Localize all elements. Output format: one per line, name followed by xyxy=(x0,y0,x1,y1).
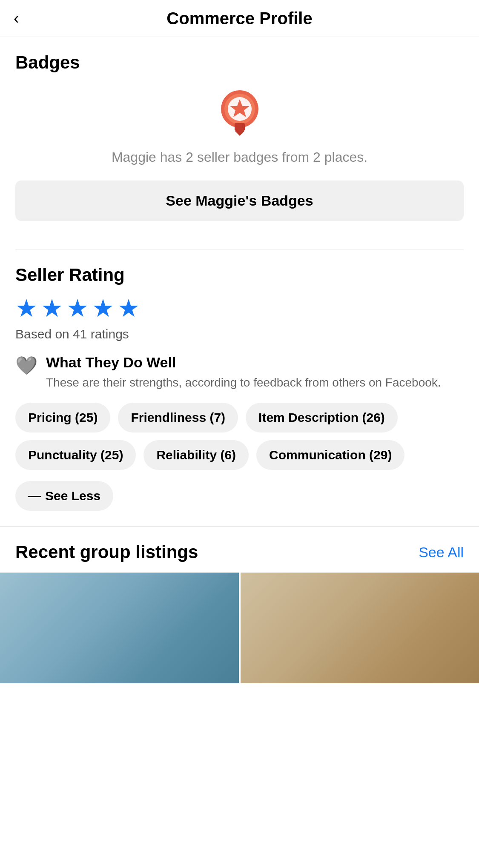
star-5-icon: ★ xyxy=(118,294,140,323)
tags-container: Pricing (25) Friendliness (7) Item Descr… xyxy=(15,403,464,470)
heart-icon: 🩶 xyxy=(15,355,37,376)
see-all-button[interactable]: See All xyxy=(419,544,464,561)
svg-rect-4 xyxy=(235,123,245,131)
listings-grid xyxy=(0,573,479,683)
back-button[interactable]: ‹ xyxy=(14,10,19,26)
do-well-description: These are their strengths, according to … xyxy=(46,374,441,391)
see-badges-button[interactable]: See Maggie's Badges xyxy=(15,180,464,221)
do-well-title: What They Do Well xyxy=(46,354,441,371)
rating-count: Based on 41 ratings xyxy=(15,327,464,341)
listing-image-2 xyxy=(241,573,479,683)
see-less-dash-icon: — xyxy=(28,489,41,503)
listing-item-1[interactable] xyxy=(0,573,239,683)
see-less-label: See Less xyxy=(45,489,100,503)
badge-icon xyxy=(216,90,263,137)
recent-listings-section: Recent group listings See All xyxy=(0,526,479,683)
seller-rating-title: Seller Rating xyxy=(15,265,464,285)
tag-pricing[interactable]: Pricing (25) xyxy=(15,403,110,433)
svg-marker-5 xyxy=(235,131,245,136)
header: ‹ Commerce Profile xyxy=(0,0,479,37)
star-3-icon: ★ xyxy=(66,294,89,323)
tag-communication[interactable]: Communication (29) xyxy=(256,440,404,470)
star-2-icon: ★ xyxy=(41,294,63,323)
listings-header: Recent group listings See All xyxy=(15,542,464,562)
badges-title: Badges xyxy=(15,52,464,73)
stars-row: ★ ★ ★ ★ ★ xyxy=(15,294,464,323)
tag-friendliness[interactable]: Friendliness (7) xyxy=(118,403,238,433)
do-well-row: 🩶 What They Do Well These are their stre… xyxy=(15,354,464,391)
listing-image-1 xyxy=(0,573,239,683)
tag-reliability[interactable]: Reliability (6) xyxy=(143,440,249,470)
see-less-button[interactable]: — See Less xyxy=(15,481,113,511)
star-4-icon: ★ xyxy=(92,294,114,323)
badge-description: Maggie has 2 seller badges from 2 places… xyxy=(112,149,367,165)
badge-container: Maggie has 2 seller badges from 2 places… xyxy=(15,86,464,234)
listings-title: Recent group listings xyxy=(15,542,198,562)
badges-section: Badges Maggie has 2 seller badges from 2… xyxy=(0,37,479,249)
star-1-icon: ★ xyxy=(15,294,37,323)
do-well-text: What They Do Well These are their streng… xyxy=(46,354,441,391)
tag-item-description[interactable]: Item Description (26) xyxy=(246,403,398,433)
listing-item-2[interactable] xyxy=(241,573,479,683)
seller-rating-section: Seller Rating ★ ★ ★ ★ ★ Based on 41 rati… xyxy=(0,249,479,526)
page-title: Commerce Profile xyxy=(166,9,312,28)
tag-punctuality[interactable]: Punctuality (25) xyxy=(15,440,136,470)
